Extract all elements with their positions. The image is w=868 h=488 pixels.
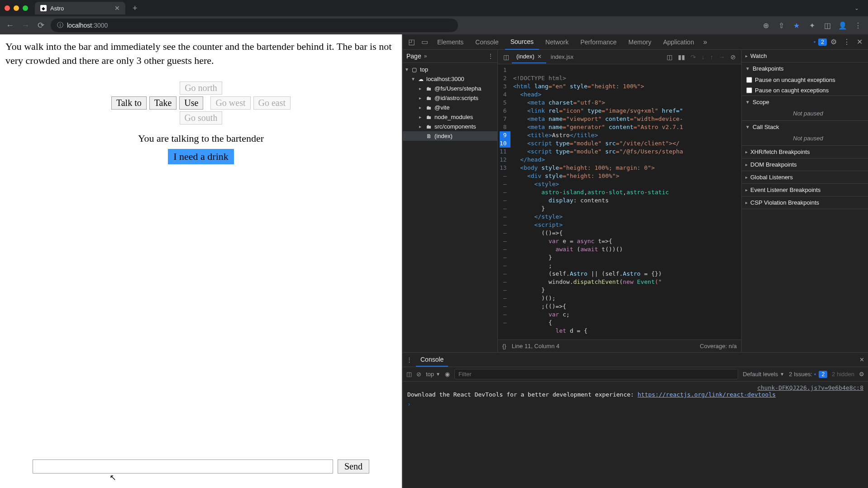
tab-console[interactable]: Console	[470, 35, 504, 49]
forward-button[interactable]: →	[20, 21, 31, 30]
dialog-option[interactable]: I need a drink	[168, 149, 234, 164]
toggle-debugger-icon[interactable]: ◫	[664, 53, 675, 61]
site-info-icon[interactable]: ⓘ	[57, 21, 63, 29]
console-prompt[interactable]: ›	[407, 401, 863, 407]
room-description: You walk into the bar and immediately se…	[5, 40, 396, 68]
tab-sources[interactable]: Sources	[505, 34, 539, 50]
drawer-menu-icon[interactable]: ⋮	[406, 356, 412, 363]
editor-tab-index[interactable]: (index)✕	[512, 50, 546, 63]
page-panel-label[interactable]: Page	[406, 53, 421, 60]
issues-summary[interactable]: 2 Issues: ▪2	[789, 371, 827, 378]
tab-elements[interactable]: Elements	[432, 35, 469, 49]
csp-breakpoints-section[interactable]: ▸CSP Violation Breakpoints	[742, 196, 868, 209]
url-input[interactable]: ⓘ localhost:3000	[51, 19, 458, 32]
tree-file-index[interactable]: 🗎(index)	[403, 131, 497, 141]
tab-memory[interactable]: Memory	[623, 35, 657, 49]
clear-console-icon[interactable]: ⊘	[416, 371, 421, 378]
maximize-window-button[interactable]	[23, 5, 28, 11]
settings-icon[interactable]: ⚙	[828, 36, 839, 48]
console-drawer-tab[interactable]: Console	[416, 353, 448, 367]
menu-icon[interactable]: ⋮	[853, 21, 863, 30]
reload-button[interactable]: ⟳	[35, 20, 46, 30]
code-editor[interactable]: 12345678910111213––––––––––––––––––– <!D…	[498, 64, 741, 340]
pause-caught-checkbox[interactable]: Pause on caught exceptions	[742, 85, 868, 96]
log-levels-selector[interactable]: Default levels▼	[743, 371, 784, 378]
global-listeners-section[interactable]: ▸Global Listeners	[742, 171, 868, 183]
live-expression-icon[interactable]: ◉	[445, 371, 450, 378]
console-filter-input[interactable]	[454, 369, 738, 379]
callstack-section[interactable]: ▼Call Stack	[742, 121, 868, 133]
console-settings-icon[interactable]: ⚙	[859, 371, 864, 378]
go-south-button[interactable]: Go south	[180, 111, 223, 124]
tree-top[interactable]: ▼▢top	[403, 65, 497, 74]
share-icon[interactable]: ⇧	[776, 21, 787, 30]
console-toolbar: ◫ ⊘ top▼ ◉ Default levels▼ 2 Issues: ▪2 …	[403, 367, 868, 382]
pretty-print-icon[interactable]: {}	[502, 343, 506, 349]
go-west-button[interactable]: Go west	[210, 96, 250, 110]
event-listener-breakpoints-section[interactable]: ▸Event Listener Breakpoints	[742, 184, 868, 196]
issues-indicator[interactable]: ▪2	[814, 38, 827, 45]
tree-folder[interactable]: ▸🖿@vite	[403, 103, 497, 112]
console-link[interactable]: https://reactjs.org/link/react-devtools	[638, 391, 776, 398]
watch-section[interactable]: ▸Watch	[742, 50, 868, 62]
tree-folder[interactable]: ▸🖿node_modules	[403, 112, 497, 122]
more-tabs-icon[interactable]: »	[701, 36, 710, 48]
editor-area: ◫ (index)✕ index.jsx ◫ ▮▮ ↷ ↓ ↑ → ⊘ 1234…	[498, 50, 741, 352]
close-tab-icon[interactable]: ✕	[537, 53, 542, 60]
zoom-icon[interactable]: ⊕	[760, 21, 771, 30]
go-east-button[interactable]: Go east	[253, 96, 291, 110]
tree-folder[interactable]: ▸🖿src/components	[403, 122, 497, 131]
minimize-window-button[interactable]	[14, 5, 19, 11]
tree-folder[interactable]: ▸🖿@fs/Users/stepha	[403, 84, 497, 93]
close-window-button[interactable]	[5, 5, 10, 11]
profile-icon[interactable]: 👤	[837, 21, 848, 30]
scope-not-paused: Not paused	[742, 108, 868, 120]
use-button[interactable]: Use	[179, 96, 203, 110]
sidepanel-icon[interactable]: ◫	[822, 21, 833, 30]
step-out-icon[interactable]: ↑	[707, 53, 716, 61]
navigator-menu-icon[interactable]: ⋮	[487, 53, 494, 60]
console-source-link[interactable]: chunk-DFKQJ226.js?v=9e6b4e8c:8	[757, 384, 863, 391]
bookmark-icon[interactable]: ★	[791, 21, 802, 30]
new-tab-button[interactable]: +	[129, 4, 141, 13]
console-body[interactable]: chunk-DFKQJ226.js?v=9e6b4e8c:8 Download …	[403, 382, 868, 488]
step-over-icon[interactable]: ↷	[688, 53, 699, 61]
talk-to-button[interactable]: Talk to	[111, 96, 147, 110]
browser-tab[interactable]: ◆ Astro ✕	[35, 2, 125, 14]
deactivate-breakpoints-icon[interactable]: ⊘	[728, 53, 739, 61]
pause-uncaught-checkbox[interactable]: Pause on uncaught exceptions	[742, 75, 868, 85]
extensions-icon[interactable]: ✦	[806, 21, 817, 30]
tab-network[interactable]: Network	[540, 35, 574, 49]
devtools: ◰ ▭ Elements Console Sources Network Per…	[402, 34, 868, 488]
panel-chevron-icon[interactable]: »	[424, 53, 427, 59]
tab-list-button[interactable]: ⌄	[854, 5, 859, 11]
inspect-element-icon[interactable]: ◰	[405, 36, 418, 48]
toggle-navigator-icon[interactable]: ◫	[501, 53, 512, 61]
go-north-button[interactable]: Go north	[180, 81, 222, 95]
dom-breakpoints-section[interactable]: ▸DOM Breakpoints	[742, 158, 868, 171]
tree-host[interactable]: ▼☁localhost:3000	[403, 74, 497, 84]
breakpoints-section[interactable]: ▼Breakpoints	[742, 62, 868, 75]
command-input[interactable]	[33, 459, 333, 474]
devtools-menu-icon[interactable]: ⋮	[840, 36, 853, 48]
tab-performance[interactable]: Performance	[575, 35, 622, 49]
send-button[interactable]: Send	[338, 459, 369, 474]
close-drawer-icon[interactable]: ✕	[859, 356, 864, 363]
scope-section[interactable]: ▼Scope	[742, 96, 868, 108]
step-into-icon[interactable]: ↓	[699, 53, 707, 61]
console-sidebar-toggle-icon[interactable]: ◫	[406, 371, 412, 378]
tab-application[interactable]: Application	[658, 35, 700, 49]
back-button[interactable]: ←	[5, 21, 15, 30]
tree-folder[interactable]: ▸🖿@id/astro:scripts	[403, 93, 497, 103]
xhr-breakpoints-section[interactable]: ▸XHR/fetch Breakpoints	[742, 146, 868, 158]
take-button[interactable]: Take	[149, 96, 177, 110]
context-selector[interactable]: top▼	[426, 371, 440, 378]
tab-bar: ◆ Astro ✕ + ⌄	[0, 0, 868, 16]
editor-tab-indexjsx[interactable]: index.jsx	[546, 51, 578, 63]
step-icon[interactable]: →	[716, 53, 728, 61]
device-toolbar-icon[interactable]: ▭	[419, 36, 431, 48]
close-devtools-icon[interactable]: ✕	[854, 36, 865, 48]
close-tab-button[interactable]: ✕	[114, 5, 120, 12]
pause-icon[interactable]: ▮▮	[675, 53, 688, 61]
address-bar: ← → ⟳ ⓘ localhost:3000 ⊕ ⇧ ★ ✦ ◫ 👤 ⋮	[0, 16, 868, 34]
